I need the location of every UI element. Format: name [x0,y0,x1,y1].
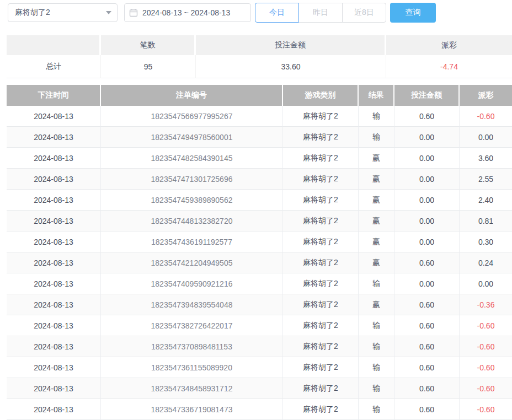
bet-table-body: 2024-08-13 1823547566977995267 麻将胡了2 输 0… [7,106,512,420]
last-8-days-button[interactable]: 近8日 [342,3,386,23]
date-range-input[interactable]: 2024-08-13 ~ 2024-08-13 [124,3,251,22]
quick-range-group: 今日 昨日 近8日 [255,3,386,23]
table-row: 2024-08-13 1823547421204949505 麻将胡了2 赢 0… [7,252,512,273]
query-button[interactable]: 查询 [390,3,436,23]
bet-id-cell: 1823547494978560001 [101,127,283,148]
bet-date-cell: 2024-08-13 [7,231,101,252]
table-row: 2024-08-13 1823547409590921216 麻将胡了2 输 0… [7,273,512,294]
game-type-cell: 麻将胡了2 [283,169,359,190]
game-type-cell: 麻将胡了2 [283,336,359,357]
bet-amount-cell: 0.60 [394,106,460,127]
bet-amount-cell: 0.00 [394,211,460,231]
summary-total-row: 总计 95 33.60 -4.74 [7,55,512,78]
bet-date-cell: 2024-08-13 [7,357,101,378]
bet-date-cell: 2024-08-13 [7,294,101,315]
bet-date-cell: 2024-08-13 [7,399,101,420]
today-button[interactable]: 今日 [255,3,299,23]
payout-cell: 0.81 [460,211,512,231]
game-type-cell: 麻将胡了2 [283,148,359,169]
table-row: 2024-08-13 1823547566977995267 麻将胡了2 输 0… [7,106,512,127]
payout-cell: -0.60 [460,315,512,336]
table-row: 2024-08-13 1823547471301725696 麻将胡了2 赢 0… [7,169,512,190]
bets-header-row: 下注时间 注单编号 游戏类别 结果 投注金额 派彩 [7,85,512,106]
bet-id-cell: 1823547566977995267 [101,106,283,127]
bet-id-cell: 1823547471301725696 [101,169,283,190]
bet-id-cell: 1823547421204949505 [101,252,283,273]
bet-amount-cell: 0.60 [394,315,460,336]
result-cell: 赢 [359,190,394,211]
bet-amount-cell: 0.60 [394,252,460,273]
game-type-cell: 麻将胡了2 [283,357,359,378]
result-cell: 赢 [359,211,394,231]
bet-date-cell: 2024-08-13 [7,336,101,357]
payout-cell: 0.30 [460,231,512,252]
header-bet-amount: 投注金额 [394,85,460,106]
bet-id-cell: 1823547361155089920 [101,357,283,378]
payout-cell: -0.60 [460,399,512,420]
bet-id-cell: 1823547482584390145 [101,148,283,169]
table-row: 2024-08-13 1823547436191192577 麻将胡了2 赢 0… [7,231,512,252]
result-cell: 赢 [359,231,394,252]
bet-date-cell: 2024-08-13 [7,378,101,399]
summary-header-blank [7,35,101,55]
game-type-cell: 麻将胡了2 [283,106,359,127]
table-row: 2024-08-13 1823547482584390145 麻将胡了2 赢 0… [7,148,512,169]
bet-amount-cell: 0.00 [394,169,460,190]
table-row: 2024-08-13 1823547448132382720 麻将胡了2 赢 0… [7,211,512,231]
payout-cell: 2.40 [460,190,512,211]
bet-id-cell: 1823547436191192577 [101,231,283,252]
game-type-cell: 麻将胡了2 [283,294,359,315]
table-row: 2024-08-13 1823547361155089920 麻将胡了2 输 0… [7,357,512,378]
calendar-icon [129,8,138,17]
summary-header-row: 笔数 投注金额 派彩 [7,35,512,55]
payout-cell: 2.55 [460,169,512,190]
game-type-cell: 麻将胡了2 [283,252,359,273]
result-cell: 赢 [359,169,394,190]
payout-cell: -0.60 [460,106,512,127]
toolbar: 麻将胡了2 2024-08-13 ~ 2024-08-13 今日 昨日 近8日 … [0,0,512,23]
game-type-cell: 麻将胡了2 [283,211,359,231]
bet-id-cell: 1823547370898481153 [101,336,283,357]
table-row: 2024-08-13 1823547494978560001 麻将胡了2 输 0… [7,127,512,148]
result-cell: 赢 [359,252,394,273]
summary-total-payout: -4.74 [386,55,512,78]
game-type-cell: 麻将胡了2 [283,190,359,211]
result-cell: 输 [359,378,394,399]
table-row: 2024-08-13 1823547382726422017 麻将胡了2 输 0… [7,315,512,336]
result-cell: 赢 [359,148,394,169]
table-row: 2024-08-13 1823547394839554048 麻将胡了2 赢 0… [7,294,512,315]
bet-date-cell: 2024-08-13 [7,106,101,127]
bet-amount-cell: 0.60 [394,336,460,357]
summary-header-count: 笔数 [101,35,196,55]
payout-cell: 3.60 [460,148,512,169]
bet-id-cell: 1823547348458931712 [101,378,283,399]
table-row: 2024-08-13 1823547370898481153 麻将胡了2 输 0… [7,336,512,357]
bet-date-cell: 2024-08-13 [7,211,101,231]
bet-amount-cell: 0.00 [394,273,460,294]
payout-cell: -0.60 [460,336,512,357]
result-cell: 输 [359,336,394,357]
bet-amount-cell: 0.00 [394,231,460,252]
header-game-type: 游戏类别 [283,85,359,106]
header-bet-time: 下注时间 [7,85,101,106]
bet-id-cell: 1823547394839554048 [101,294,283,315]
bet-id-cell: 1823547459389890562 [101,190,283,211]
game-select[interactable]: 麻将胡了2 [8,3,118,22]
payout-cell: -0.60 [460,357,512,378]
bet-id-cell: 1823547336719081473 [101,399,283,420]
game-type-cell: 麻将胡了2 [283,231,359,252]
bet-amount-cell: 0.60 [394,399,460,420]
result-cell: 赢 [359,294,394,315]
bet-id-cell: 1823547409590921216 [101,273,283,294]
payout-cell: 0.24 [460,252,512,273]
bet-id-cell: 1823547382726422017 [101,315,283,336]
bet-amount-cell: 0.00 [394,190,460,211]
summary-total-bet-amount: 33.60 [196,55,386,78]
yesterday-button[interactable]: 昨日 [298,3,343,23]
bet-amount-cell: 0.00 [394,148,460,169]
payout-cell: 0.00 [460,127,512,148]
summary-table: 笔数 投注金额 派彩 总计 95 33.60 -4.74 [7,35,512,78]
game-type-cell: 麻将胡了2 [283,273,359,294]
bet-amount-cell: 0.60 [394,378,460,399]
payout-cell: -0.36 [460,294,512,315]
